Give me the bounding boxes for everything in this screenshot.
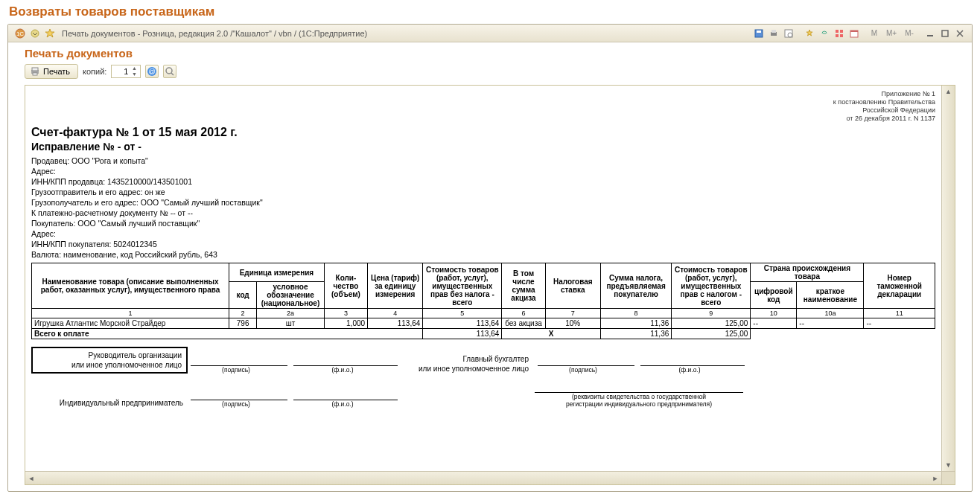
ip-label: Индивидуальный предприниматель — [31, 398, 188, 408]
cell-taxsum: 11,36 — [600, 318, 671, 329]
th-price: Цена (тариф) за единицу измерения — [368, 263, 423, 309]
total-costnotax: 113,64 — [423, 329, 502, 339]
scroll-down-icon[interactable]: ▼ — [942, 459, 955, 471]
window-title: Печать документов - Розница, редакция 2.… — [62, 29, 367, 38]
annex-l2: к постановлению Правительства — [31, 98, 935, 106]
preview-icon[interactable] — [783, 28, 795, 39]
info-0: Продавец: ООО "Рога и копыта" — [31, 156, 935, 166]
save-icon[interactable] — [753, 28, 765, 39]
annex-block: Приложение № 1 к постановлению Правитель… — [31, 90, 935, 123]
copies-label: копий: — [83, 67, 106, 76]
acc1: Главный бухгалтер — [401, 354, 529, 364]
th-unitcond: условное обозначение (национальное) — [257, 282, 325, 309]
link-icon[interactable] — [818, 28, 830, 39]
info-3: Грузоотправитель и его адрес: он же — [31, 187, 935, 197]
total-empty — [751, 329, 935, 339]
favorite-icon[interactable] — [44, 28, 56, 39]
annex-l4: от 26 декабря 2011 г. N 1137 — [31, 115, 935, 123]
info-9: Валюта: наименование, код Российский руб… — [31, 249, 935, 260]
info-5: К платежно-расчетному документу № -- от … — [31, 208, 935, 218]
cell-excise: без акциза — [502, 318, 545, 329]
th-ccode: цифровой код — [751, 282, 797, 309]
m-minus-button[interactable]: M- — [902, 28, 917, 39]
num-8: 8 — [600, 309, 671, 318]
th-taxrate: Налоговая ставка — [545, 263, 600, 309]
th-country: Страна происхождения товара — [751, 263, 864, 282]
email-button[interactable]: @ — [145, 65, 159, 78]
copies-down-icon[interactable]: ▼ — [130, 71, 139, 77]
cell-qty: 1,000 — [324, 318, 367, 329]
star-icon[interactable] — [804, 28, 815, 39]
dropdown-icon[interactable] — [29, 28, 41, 39]
head-label: Руководитель организации или иное уполно… — [31, 347, 188, 374]
head-fio-cap: (ф.и.о.) — [290, 366, 395, 374]
doc-subtitle: Исправление № - от - — [31, 141, 935, 153]
svg-rect-18 — [32, 68, 38, 71]
m-button[interactable]: M — [868, 28, 881, 39]
copies-input-box: ▲ ▼ — [111, 65, 141, 78]
acc2: или иное уполномоченное лицо — [401, 364, 529, 374]
grid-icon[interactable] — [833, 28, 845, 39]
total-x: X — [502, 329, 601, 339]
head-sig-line — [191, 356, 287, 366]
svg-text:1C: 1C — [16, 31, 24, 37]
scroll-right-icon[interactable]: ► — [929, 472, 941, 485]
minimize-icon[interactable] — [924, 28, 936, 39]
th-taxsum: Сумма налога, предъявляемая покупателю — [600, 263, 671, 309]
th-unit: Единица измерения — [229, 263, 325, 282]
cell-price: 113,64 — [368, 318, 423, 329]
cell-unit: шт — [257, 318, 325, 329]
acc-sig-cap: (подпись) — [535, 366, 631, 374]
svg-point-22 — [166, 68, 172, 74]
num-2: 2 — [229, 309, 257, 318]
print-button[interactable]: Печать — [25, 64, 78, 79]
ip-sig-cap: (подпись) — [188, 400, 284, 408]
document-viewport: Приложение № 1 к постановлению Правитель… — [25, 85, 955, 485]
acc-fio-cap: (ф.и.о.) — [637, 366, 742, 374]
num-11: 11 — [864, 309, 935, 318]
svg-point-2 — [31, 30, 39, 37]
num-6: 6 — [502, 309, 545, 318]
acc-label: Главный бухгалтер или иное уполномоченно… — [401, 354, 535, 374]
svg-rect-6 — [771, 30, 776, 33]
maximize-icon[interactable] — [939, 28, 951, 39]
scroll-corner — [941, 471, 955, 484]
print-icon[interactable] — [768, 28, 780, 39]
num-2a: 2а — [257, 309, 325, 318]
info-2: ИНН/КПП продавца: 1435210000/143501001 — [31, 176, 935, 187]
acc-sig-line — [538, 356, 634, 366]
num-5: 5 — [423, 309, 502, 318]
zoom-button[interactable] — [163, 65, 176, 78]
num-1: 1 — [32, 309, 229, 318]
copies-input[interactable] — [112, 66, 130, 77]
ip-sig-line — [191, 390, 287, 400]
svg-rect-14 — [850, 31, 858, 32]
cell-taxrate: 10% — [545, 318, 600, 329]
th-decl: Номер таможенной декларации — [864, 263, 935, 309]
scroll-left-icon[interactable]: ◄ — [25, 472, 37, 485]
cell-dn: -- — [864, 318, 935, 329]
scroll-up-icon[interactable]: ▲ — [942, 86, 955, 97]
total-taxsum: 11,36 — [600, 329, 671, 339]
m-plus-button[interactable]: M+ — [884, 28, 899, 39]
vertical-scrollbar[interactable]: ▲ ▼ — [941, 86, 955, 471]
copies-up-icon[interactable]: ▲ — [130, 65, 139, 71]
close-icon[interactable] — [954, 28, 966, 39]
info-7: Адрес: — [31, 228, 935, 239]
th-costwithtax: Стоимость товаров (работ, услуг), имущес… — [672, 263, 751, 309]
num-3: 3 — [324, 309, 367, 318]
cell-cc: -- — [751, 318, 797, 329]
cell-cn: -- — [797, 318, 864, 329]
th-unitcode: код — [229, 282, 257, 309]
num-4: 4 — [368, 309, 423, 318]
num-9: 9 — [672, 309, 751, 318]
svg-rect-9 — [836, 30, 839, 33]
horizontal-scrollbar[interactable]: ◄ ► — [25, 471, 941, 484]
print-button-label: Печать — [43, 67, 70, 76]
acc-fio-line — [640, 356, 745, 366]
calendar-icon[interactable] — [848, 28, 860, 39]
info-4: Грузополучатель и его адрес: ООО "Самый … — [31, 197, 935, 208]
cell-costwithtax: 125,00 — [672, 318, 751, 329]
num-7: 7 — [545, 309, 600, 318]
svg-rect-12 — [840, 34, 843, 37]
